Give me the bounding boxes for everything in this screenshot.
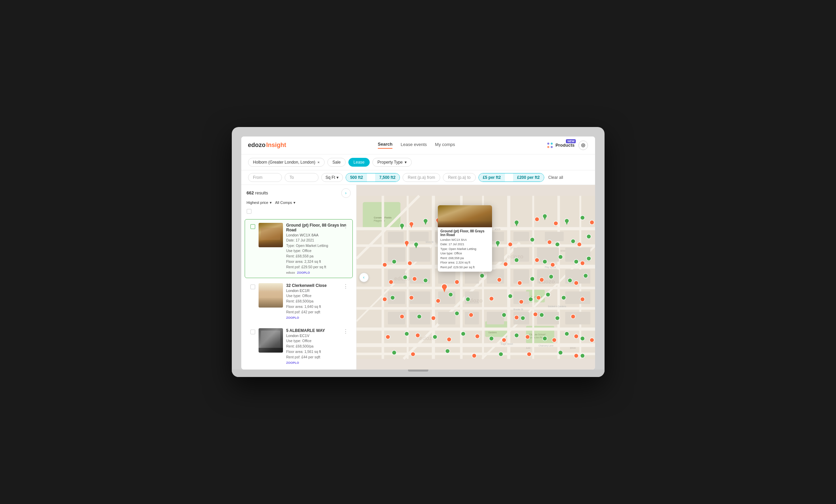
sqft-min-value[interactable]: 500 ft2 bbox=[346, 173, 367, 181]
svg-point-149 bbox=[514, 333, 518, 337]
lease-label: Lease bbox=[354, 160, 365, 164]
svg-point-140 bbox=[454, 311, 459, 316]
svg-point-195 bbox=[580, 297, 585, 302]
property-card[interactable]: 32 Clerkenwell Close London EC1R Use typ… bbox=[245, 279, 353, 323]
svg-rect-83 bbox=[438, 312, 455, 324]
svg-point-172 bbox=[508, 242, 512, 247]
nav-search[interactable]: Search bbox=[378, 141, 393, 149]
settings-button[interactable] bbox=[578, 140, 588, 150]
svg-point-138 bbox=[561, 295, 566, 300]
zoopla-logo-tag-1: ZOOPLO bbox=[297, 271, 310, 274]
svg-point-174 bbox=[577, 242, 582, 247]
collapse-panel-button[interactable]: › bbox=[341, 188, 351, 198]
sqft-select[interactable]: Sq Ft ▾ bbox=[321, 173, 343, 182]
sqft-max-value[interactable]: 7,500 ft2 bbox=[375, 173, 400, 181]
card-title-1: Ground (pt) Floor, 88 Grays Inn Road bbox=[286, 223, 347, 232]
new-badge: NEW bbox=[566, 139, 576, 143]
svg-point-139 bbox=[417, 314, 421, 319]
nav-my-comps[interactable]: My comps bbox=[435, 142, 455, 148]
property-card[interactable]: Ground (pt) Floor, 88 Grays Inn Road Lon… bbox=[245, 219, 353, 278]
svg-point-194 bbox=[536, 295, 540, 300]
from-placeholder: From bbox=[253, 175, 263, 180]
main-nav: Search Lease events My comps bbox=[378, 141, 455, 149]
svg-point-213 bbox=[527, 352, 531, 356]
svg-point-173 bbox=[547, 240, 552, 244]
svg-point-192 bbox=[489, 296, 493, 301]
card-checkbox-2[interactable] bbox=[250, 285, 255, 319]
svg-text:B500: B500 bbox=[570, 347, 575, 350]
to-input[interactable]: To bbox=[285, 173, 319, 182]
sale-label: Sale bbox=[332, 160, 341, 164]
svg-rect-58 bbox=[545, 232, 564, 241]
svg-point-151 bbox=[565, 332, 569, 336]
card-checkbox-1[interactable] bbox=[250, 224, 255, 275]
svg-point-190 bbox=[409, 295, 414, 300]
svg-rect-56 bbox=[491, 232, 504, 241]
svg-point-144 bbox=[555, 316, 559, 320]
svg-rect-88 bbox=[565, 312, 590, 324]
svg-text:City Law School/: City Law School/ bbox=[529, 333, 545, 336]
svg-point-191 bbox=[436, 298, 440, 303]
card-info-3: 5 ALBEMARLE WAY London EC1V Use type: Of… bbox=[286, 328, 347, 365]
svg-point-154 bbox=[445, 349, 450, 353]
svg-point-181 bbox=[580, 261, 585, 265]
map-popup: Ground (pt) Floor, 88 Grays Inn Road Lon… bbox=[438, 205, 492, 272]
svg-point-156 bbox=[558, 350, 563, 355]
map-collapse-button[interactable]: ‹ bbox=[359, 273, 369, 282]
sort-highest-price[interactable]: Highest price ▾ bbox=[247, 200, 272, 205]
nav-lease-events[interactable]: Lease events bbox=[401, 142, 426, 148]
svg-point-202 bbox=[386, 335, 390, 339]
svg-point-1 bbox=[551, 142, 553, 144]
svg-point-136 bbox=[528, 297, 533, 302]
svg-point-115 bbox=[571, 239, 575, 243]
card-info-2: 32 Clerkenwell Close London EC1R Use typ… bbox=[286, 283, 347, 319]
products-button[interactable]: Products NEW bbox=[547, 142, 574, 149]
svg-point-116 bbox=[586, 234, 591, 239]
svg-text:Eagle Street: Eagle Street bbox=[501, 343, 513, 346]
popup-content: Ground (pt) Floor, 88 Grays Inn Road Lon… bbox=[438, 227, 492, 272]
svg-point-188 bbox=[574, 281, 578, 285]
property-type-filter[interactable]: Property Type ▾ bbox=[373, 158, 412, 167]
rent-max-value[interactable]: £200 per ft2 bbox=[513, 173, 544, 181]
products-icon bbox=[547, 142, 553, 149]
card-more-button-2[interactable]: ⋮ bbox=[343, 284, 348, 289]
rent-from-input[interactable]: Rent (p.a) from bbox=[403, 173, 440, 182]
card-logos-1: edozo ZOOPLO bbox=[286, 271, 347, 274]
svg-point-196 bbox=[400, 314, 404, 319]
svg-point-186 bbox=[517, 281, 522, 285]
svg-point-199 bbox=[514, 315, 518, 320]
svg-rect-85 bbox=[487, 312, 504, 324]
select-all-checkbox[interactable] bbox=[247, 209, 251, 214]
svg-point-166 bbox=[590, 220, 594, 225]
svg-point-123 bbox=[574, 259, 578, 264]
svg-point-125 bbox=[403, 275, 407, 279]
filter-all-comps[interactable]: All Comps ▾ bbox=[275, 200, 296, 205]
svg-point-3 bbox=[551, 146, 553, 148]
rent-range-chip[interactable]: £5 per ft2 £200 per ft2 bbox=[478, 173, 544, 182]
location-filter[interactable]: Holborn (Greater London, London) × bbox=[248, 158, 325, 167]
card-more-button-1[interactable]: ⋮ bbox=[343, 224, 348, 229]
popup-image bbox=[438, 205, 492, 227]
select-all-row bbox=[241, 208, 356, 218]
rent-min-value[interactable]: £5 per ft2 bbox=[479, 173, 505, 181]
sale-filter[interactable]: Sale bbox=[327, 158, 346, 167]
map-container[interactable]: ‹ Coram's Fields Playground Play Space bbox=[357, 185, 595, 370]
from-input[interactable]: From bbox=[248, 173, 282, 182]
lease-filter[interactable]: Lease bbox=[348, 158, 370, 167]
sqft-range-chip[interactable]: 500 ft2 7,500 ft2 bbox=[346, 173, 400, 182]
header-right: Products NEW bbox=[547, 140, 588, 150]
property-card[interactable]: 5 ALBEMARLE WAY London EC1V Use type: Of… bbox=[245, 325, 353, 368]
card-checkbox-3[interactable] bbox=[250, 330, 255, 365]
zoopla-logo-tag-3: ZOOPLO bbox=[286, 361, 299, 365]
rent-from-placeholder: Rent (p.a) from bbox=[408, 175, 435, 180]
results-header: 662 results › bbox=[241, 185, 356, 200]
header: edozo Insight Search Lease events My com… bbox=[241, 136, 595, 154]
location-close-icon[interactable]: × bbox=[318, 160, 320, 164]
clear-all-button[interactable]: Clear all bbox=[548, 175, 563, 180]
zoopla-logo-tag-2: ZOOPLO bbox=[286, 316, 299, 319]
products-label: Products bbox=[555, 142, 574, 148]
filter-bar-row1: Holborn (Greater London, London) × Sale … bbox=[241, 154, 595, 170]
card-more-button-3[interactable]: ⋮ bbox=[343, 329, 348, 334]
rent-to-input[interactable]: Rent (p.a) to bbox=[443, 173, 476, 182]
card-info-1: Ground (pt) Floor, 88 Grays Inn Road Lon… bbox=[286, 223, 347, 275]
